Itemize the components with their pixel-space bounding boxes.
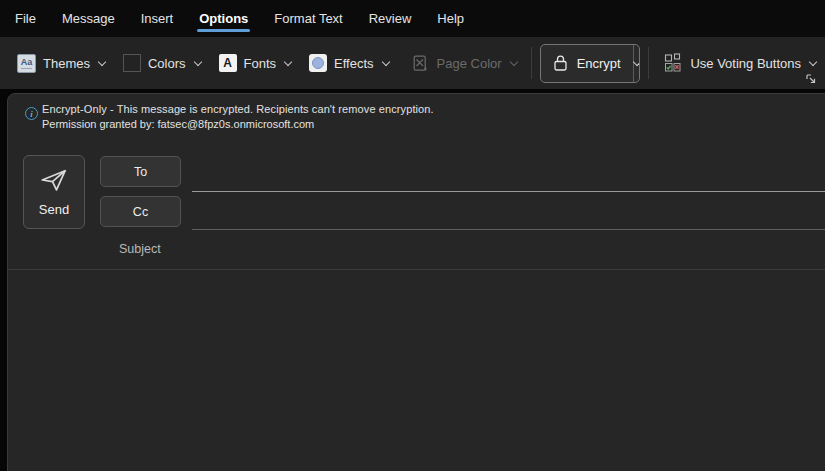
fonts-button[interactable]: A Fonts <box>210 46 301 80</box>
colors-label: Colors <box>148 56 186 71</box>
encrypt-label: Encrypt <box>577 56 621 71</box>
chevron-down-icon <box>193 57 201 65</box>
page-color-label: Page Color <box>437 56 502 71</box>
fonts-icon: A <box>219 54 237 72</box>
menu-tab-review[interactable]: Review <box>356 2 425 36</box>
fonts-label: Fonts <box>244 56 277 71</box>
menu-tab-insert[interactable]: Insert <box>128 2 187 36</box>
to-button[interactable]: To <box>100 156 181 187</box>
chevron-down-icon <box>98 57 106 65</box>
effects-button[interactable]: Effects <box>300 46 398 80</box>
page-color-icon <box>411 54 430 73</box>
encrypt-button[interactable]: Encrypt <box>541 45 633 82</box>
to-input[interactable] <box>192 162 825 192</box>
use-voting-buttons-button[interactable]: Use Voting Buttons <box>654 45 825 81</box>
themes-label: Themes <box>43 56 90 71</box>
page-color-button: Page Color <box>402 46 526 81</box>
cc-input[interactable] <box>192 200 825 230</box>
effects-label: Effects <box>334 56 374 71</box>
lock-icon <box>552 54 569 72</box>
chevron-down-icon <box>509 57 517 65</box>
encryption-info-bar: i Encrypt-Only - This message is encrypt… <box>8 94 825 146</box>
subject-label: Subject <box>119 242 161 256</box>
info-icon: i <box>25 107 38 120</box>
ribbon-group-separator <box>531 47 532 79</box>
effects-icon <box>309 54 327 72</box>
message-body-area[interactable] <box>8 270 825 471</box>
colors-icon <box>123 54 141 72</box>
themes-button[interactable]: Aa Themes <box>8 46 114 81</box>
chevron-down-icon <box>381 57 389 65</box>
voting-buttons-icon <box>663 53 683 73</box>
cc-button[interactable]: Cc <box>100 196 181 227</box>
compose-window: i Encrypt-Only - This message is encrypt… <box>7 93 825 471</box>
menu-bar: File Message Insert Options Format Text … <box>0 0 825 37</box>
encryption-info-text: Encrypt-Only - This message is encrypted… <box>42 103 434 115</box>
encrypt-dropdown-button[interactable] <box>633 45 640 82</box>
send-button[interactable]: Send <box>23 155 85 229</box>
encrypt-split-button: Encrypt <box>540 44 641 83</box>
menu-tab-options[interactable]: Options <box>186 2 261 36</box>
permission-granted-text: Permission granted by: fatsec@8fpz0s.onm… <box>42 118 314 130</box>
ribbon: Aa Themes Colors A Fonts Effects Pag <box>0 37 825 89</box>
chevron-down-icon <box>809 57 817 65</box>
colors-button[interactable]: Colors <box>114 46 210 80</box>
menu-tab-file[interactable]: File <box>2 2 49 36</box>
dialog-launcher-icon[interactable] <box>804 72 818 86</box>
chevron-down-icon <box>632 58 640 66</box>
subject-input[interactable] <box>192 237 825 267</box>
menu-tab-format-text[interactable]: Format Text <box>261 2 355 36</box>
send-paper-plane-icon <box>39 167 69 193</box>
chevron-down-icon <box>284 57 292 65</box>
ribbon-group-separator <box>648 47 649 79</box>
menu-tab-help[interactable]: Help <box>424 2 477 36</box>
menu-tab-message[interactable]: Message <box>49 2 128 36</box>
use-voting-buttons-label: Use Voting Buttons <box>690 56 801 71</box>
themes-icon: Aa <box>17 54 36 73</box>
send-label: Send <box>39 202 69 217</box>
